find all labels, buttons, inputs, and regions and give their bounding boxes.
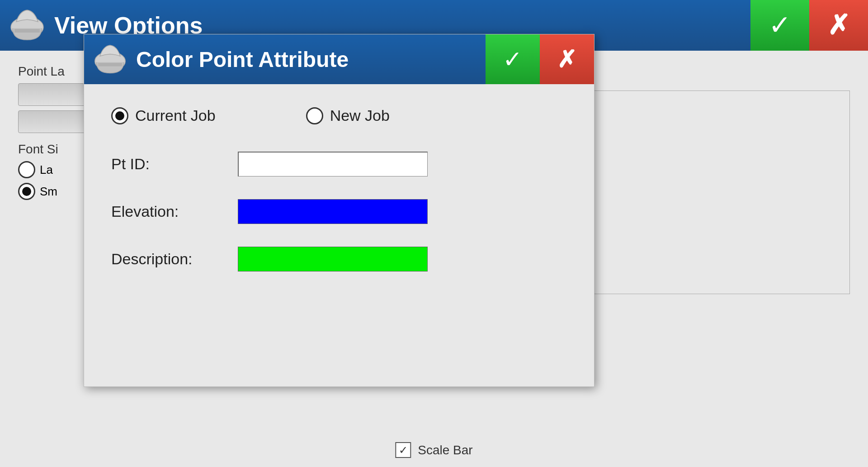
dialog-content: Current Job New Job Pt ID: Elevation: De…: [84, 84, 594, 317]
dialog-helmet-icon: [93, 43, 127, 76]
scale-bar-area: ✓ Scale Bar: [395, 442, 472, 458]
small-label: Sm: [40, 185, 57, 199]
new-job-option[interactable]: New Job: [306, 107, 390, 124]
right-panel: [579, 91, 850, 294]
helmet-icon: [9, 7, 45, 43]
pt-id-row: Pt ID:: [111, 152, 567, 176]
color-point-dialog: Color Point Attribute ✓ ✗ Current Job Ne…: [84, 34, 594, 387]
large-label: La: [40, 163, 53, 177]
current-job-label: Current Job: [135, 107, 216, 124]
dialog-cancel-button[interactable]: ✗: [540, 34, 594, 84]
description-row: Description:: [111, 247, 567, 272]
view-options-cancel-button[interactable]: ✗: [809, 0, 868, 51]
ok-check-icon: ✓: [769, 12, 791, 39]
new-job-label: New Job: [330, 107, 390, 124]
large-radio[interactable]: [18, 161, 35, 178]
elevation-row: Elevation:: [111, 199, 567, 224]
job-radio-group: Current Job New Job: [111, 107, 567, 124]
description-color-box[interactable]: [238, 247, 428, 272]
pt-id-input[interactable]: [238, 152, 428, 176]
current-job-radio[interactable]: [111, 107, 128, 124]
small-radio[interactable]: [18, 183, 35, 200]
view-options-ok-button[interactable]: ✓: [750, 0, 809, 51]
current-job-option[interactable]: Current Job: [111, 107, 216, 124]
elevation-label: Elevation:: [111, 203, 238, 220]
new-job-radio[interactable]: [306, 107, 323, 124]
dialog-titlebar-buttons: ✓ ✗: [486, 34, 594, 84]
description-label: Description:: [111, 250, 238, 268]
dialog-titlebar: Color Point Attribute ✓ ✗: [84, 34, 594, 84]
dialog-title: Color Point Attribute: [136, 47, 349, 72]
pt-id-label: Pt ID:: [111, 155, 238, 173]
cancel-x-icon: ✗: [827, 12, 850, 39]
view-options-titlebar-buttons: ✓ ✗: [750, 0, 868, 51]
dialog-ok-icon: ✓: [503, 48, 523, 71]
scale-bar-label: Scale Bar: [418, 443, 472, 457]
dialog-ok-button[interactable]: ✓: [486, 34, 540, 84]
elevation-color-box[interactable]: [238, 199, 428, 224]
dialog-cancel-icon: ✗: [557, 48, 577, 71]
scale-bar-checkbox[interactable]: ✓: [395, 442, 411, 458]
